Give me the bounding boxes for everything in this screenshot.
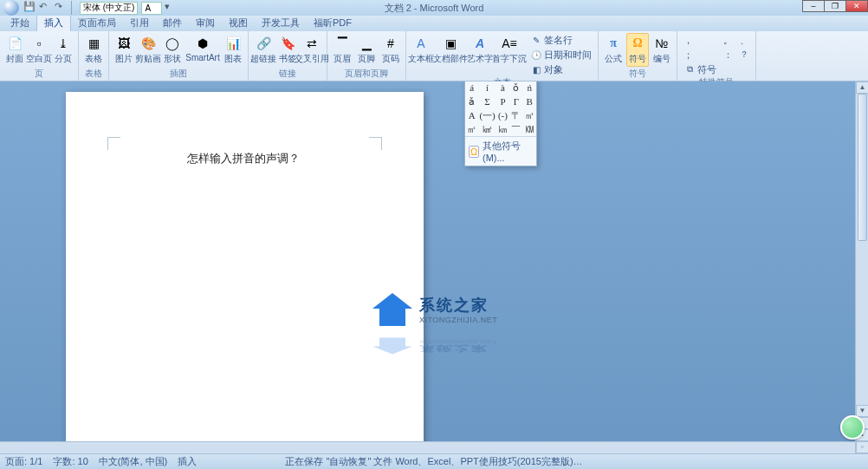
document-page[interactable]: 怎样输入拼音的声调？ — [66, 92, 424, 453]
tab-foxit-pdf[interactable]: 福昕PDF — [307, 15, 359, 31]
btn-object[interactable]: ◧对象 — [528, 62, 594, 76]
btn-signature-line[interactable]: ✎签名行 — [528, 33, 594, 47]
symbol-cell[interactable]: ㎞ — [496, 122, 509, 136]
btn-table[interactable]: ▦表格 — [82, 33, 105, 67]
btn-page-break[interactable]: ⤓分页 — [52, 33, 74, 67]
office-button[interactable] — [3, 0, 19, 16]
footer-icon: ▁ — [358, 35, 375, 52]
symbol-cell[interactable]: P — [496, 94, 509, 108]
symbol-cell[interactable]: ￣ — [509, 122, 522, 136]
btn-textbox[interactable]: A文本框 — [410, 33, 432, 67]
btn-wordart[interactable]: A艺术字 — [469, 33, 491, 67]
wordart-icon: A — [471, 35, 489, 52]
symbol-more[interactable]: Ω 其他符号(M)... — [465, 136, 536, 166]
group-label-links: 链接 — [279, 68, 296, 81]
btn-sp-more[interactable]: ⧉符号 — [681, 62, 719, 76]
btn-number[interactable]: №编号 — [651, 33, 673, 67]
minimize-button[interactable]: – — [802, 0, 825, 12]
symbol-cell[interactable]: B — [523, 94, 536, 108]
vertical-scrollbar[interactable]: ▲ ▼ ◦ • ◦ — [855, 81, 868, 453]
symbol-cell[interactable]: Γ — [509, 94, 522, 108]
scroll-up-icon[interactable]: ▲ — [856, 81, 868, 94]
symbol-cell[interactable]: ǎ — [465, 94, 478, 108]
symbol-cell[interactable]: ǒ — [509, 81, 522, 94]
btn-header[interactable]: ▔页眉 — [331, 33, 353, 67]
picture-icon: 🖼 — [115, 35, 133, 52]
symbol-cell[interactable]: A — [465, 108, 478, 122]
symbol-cell[interactable]: ㎢ — [478, 122, 496, 136]
symbol-cell[interactable]: 〒 — [509, 108, 522, 122]
status-mode[interactable]: 插入 — [178, 455, 197, 468]
close-button[interactable]: ✕ — [845, 0, 868, 12]
btn-clipart[interactable]: 🎨剪贴画 — [137, 33, 159, 67]
btn-hyperlink[interactable]: 🔗超链接 — [252, 33, 275, 67]
ribbon-tab-strip: 开始 插入 页面布局 引用 邮件 审阅 视图 开发工具 福昕PDF — [0, 16, 868, 31]
group-text: A文本框 ▣文档部件 A艺术字 A≡首字下沉 ✎签名行 🕓日期和时间 ◧对象 文… — [406, 31, 599, 81]
tab-page-layout[interactable]: 页面布局 — [71, 15, 123, 31]
status-page[interactable]: 页面: 1/1 — [5, 455, 42, 468]
symbol-cell[interactable]: Σ — [478, 94, 496, 108]
btn-picture[interactable]: 🖼图片 — [113, 33, 135, 67]
btn-shapes[interactable]: ◯形状 — [161, 33, 184, 67]
tab-view[interactable]: 视图 — [222, 15, 255, 31]
qat-font-size-combo[interactable]: A — [141, 2, 162, 15]
symbol-cell[interactable]: (-) — [496, 108, 509, 122]
scroll-thumb[interactable] — [858, 94, 867, 241]
tab-insert[interactable]: 插入 — [36, 14, 71, 31]
btn-sp-6[interactable]: ？ — [737, 48, 752, 62]
qat-save-icon[interactable]: 💾 — [23, 1, 37, 15]
btn-symbol[interactable]: Ω符号 — [626, 33, 649, 67]
group-tables: ▦表格 表格 — [79, 31, 109, 81]
btn-sp-2[interactable]: ； — [681, 48, 719, 62]
tab-review[interactable]: 审阅 — [189, 15, 222, 31]
btn-chart[interactable]: 📊图表 — [222, 33, 244, 67]
tab-developer[interactable]: 开发工具 — [255, 15, 307, 31]
tab-references[interactable]: 引用 — [123, 15, 156, 31]
shapes-icon: ◯ — [164, 35, 181, 52]
browse-next-icon[interactable]: ◦ — [856, 441, 868, 453]
btn-sp-3[interactable]: 。 — [721, 33, 735, 47]
scroll-down-icon[interactable]: ▼ — [856, 405, 868, 417]
btn-page-number[interactable]: #页码 — [379, 33, 402, 67]
symbol-cell[interactable]: í — [478, 81, 496, 94]
tab-home[interactable]: 开始 — [3, 15, 36, 31]
btn-cross-ref[interactable]: ⇄交叉引用 — [301, 33, 323, 67]
assistant-badge-icon[interactable] — [840, 415, 865, 440]
symbol-cell[interactable]: à — [496, 81, 509, 94]
dropcap-icon: A≡ — [501, 35, 518, 52]
symbol-cell[interactable]: ń — [523, 81, 536, 94]
qat-redo-icon[interactable]: ↷ — [55, 1, 68, 15]
btn-sp-5[interactable]: 、 — [737, 33, 752, 47]
symbol-cell[interactable]: ㎡ — [465, 122, 478, 136]
group-label-symbols: 符号 — [629, 68, 646, 81]
btn-footer[interactable]: ▁页脚 — [355, 33, 378, 67]
blank-page-icon: ▫ — [30, 35, 48, 52]
group-illustrations: 🖼图片 🎨剪贴画 ◯形状 ⬢SmartArt 📊图表 插图 — [109, 31, 249, 81]
group-pages: 📄封面 ▫空白页 ⤓分页 页 — [0, 31, 79, 81]
status-save-msg: 正在保存 "自动恢复" 文件 Word、Excel、PPT使用技巧(2015完整… — [285, 455, 582, 468]
quick-parts-icon: ▣ — [442, 35, 459, 52]
status-words[interactable]: 字数: 10 — [53, 455, 87, 468]
qat-undo-icon[interactable]: ↶ — [39, 1, 53, 15]
btn-sp-1[interactable]: ， — [681, 33, 719, 47]
btn-dropcap[interactable]: A≡首字下沉 — [493, 33, 526, 67]
status-lang[interactable]: 中文(简体, 中国) — [99, 455, 167, 468]
btn-blank-page[interactable]: ▫空白页 — [28, 33, 50, 67]
qat-more-icon[interactable]: ▾ — [165, 1, 178, 15]
btn-quick-parts[interactable]: ▣文档部件 — [434, 33, 467, 67]
qat-font-combo[interactable]: 宋体 (中文正) — [80, 2, 138, 15]
btn-smartart[interactable]: ⬢SmartArt — [185, 33, 220, 64]
btn-sp-4[interactable]: ： — [721, 48, 735, 62]
symbol-cell[interactable]: ㎥ — [523, 108, 536, 122]
horizontal-scrollbar[interactable] — [0, 441, 855, 453]
document-text: 怎样输入拼音的声调？ — [187, 151, 300, 166]
signature-icon: ✎ — [530, 34, 542, 46]
symbol-cell[interactable]: ㏎ — [523, 122, 536, 136]
btn-equation[interactable]: π公式 — [602, 33, 625, 67]
symbol-cell[interactable]: á — [465, 81, 478, 94]
tab-mailings[interactable]: 邮件 — [156, 15, 189, 31]
symbol-cell[interactable]: (一) — [478, 108, 496, 122]
maximize-button[interactable]: ❐ — [824, 0, 846, 12]
btn-cover-page[interactable]: 📄封面 — [3, 33, 26, 67]
btn-date-time[interactable]: 🕓日期和时间 — [528, 48, 594, 62]
